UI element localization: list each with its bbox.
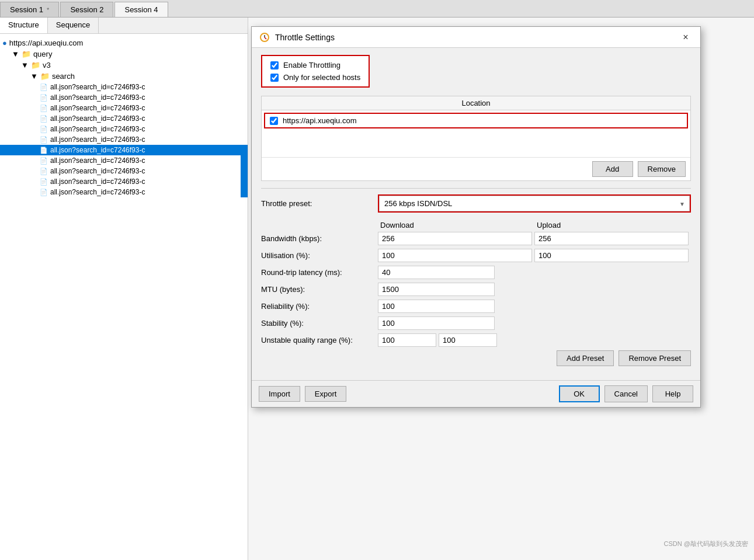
only-selected-hosts-row: Only for selected hosts (270, 73, 360, 82)
stability-input[interactable] (378, 316, 495, 330)
tree-item-query-label: query (33, 50, 53, 58)
tree-item-root[interactable]: ● https://api.xueqiu.com (0, 37, 248, 48)
watermark: CSDN @敲代码敲到头发茂密 (664, 540, 748, 548)
enable-throttling-checkbox[interactable] (270, 61, 279, 69)
panel-tab-sequence-label: Sequence (56, 20, 91, 29)
list-item-label: all.json?search_id=c7246f93-c (50, 104, 145, 112)
remove-preset-button[interactable]: Remove Preset (619, 350, 691, 366)
import-button[interactable]: Import (259, 386, 300, 402)
list-item[interactable]: 📄 all.json?search_id=c7246f93-c (0, 187, 248, 197)
tab-session2[interactable]: Session 2 (60, 2, 113, 17)
unstable-range-label: Unstable quality range (%): (261, 336, 378, 345)
footer-left: Import Export (259, 386, 346, 402)
tree-item-v3[interactable]: ▼ 📁 v3 (0, 60, 248, 71)
section-divider (261, 188, 691, 189)
panel-tab-sequence[interactable]: Sequence (48, 18, 99, 33)
scrollbar-thumb[interactable] (241, 151, 248, 197)
params-header-spacer (261, 221, 378, 229)
doc-icon-4: 📄 (40, 115, 48, 123)
export-button[interactable]: Export (305, 386, 347, 402)
latency-input[interactable] (378, 266, 495, 279)
mtu-input[interactable] (378, 283, 495, 296)
doc-icon-2: 📄 (40, 94, 48, 102)
upload-header: Upload (534, 221, 691, 229)
expand-icon-search: ▼ (30, 72, 38, 81)
latency-row: Round-trip latency (ms): (261, 266, 691, 279)
enable-throttling-section: Enable Throttling Only for selected host… (261, 55, 370, 88)
dialog-icon (259, 32, 270, 43)
panel-tab-structure[interactable]: Structure (0, 18, 48, 33)
unstable-range-upload-input[interactable] (439, 333, 497, 347)
help-button[interactable]: Help (652, 385, 693, 402)
list-item[interactable]: 📄 all.json?search_id=c7246f93-c (0, 92, 248, 103)
tab-bar: Session 1 * Session 2 Session 4 (0, 0, 754, 18)
preset-select-wrapper: 256 kbps ISDN/DSL 512 kbps DSL 1 Mbps Ca… (378, 194, 691, 213)
dialog-footer: Import Export OK Cancel Help (252, 380, 700, 407)
doc-icon-8: 📄 (40, 157, 48, 165)
doc-icon-10: 📄 (40, 178, 48, 186)
stability-label: Stability (%): (261, 319, 378, 328)
tree-item-v3-label: v3 (43, 61, 51, 69)
list-item[interactable]: 📄 all.json?search_id=c7246f93-c (0, 155, 248, 166)
stability-row: Stability (%): (261, 316, 691, 330)
add-preset-button[interactable]: Add Preset (557, 350, 614, 366)
list-item[interactable]: 📄 all.json?search_id=c7246f93-c (0, 166, 248, 176)
dialog-body: Enable Throttling Only for selected host… (252, 48, 700, 380)
preset-label: Throttle preset: (261, 199, 378, 208)
throttle-icon (259, 32, 270, 43)
list-item-selected[interactable]: 📄 all.json?search_id=c7246f93-c (0, 145, 248, 155)
doc-icon-3: 📄 (40, 105, 48, 112)
ok-button[interactable]: OK (559, 385, 600, 402)
list-item[interactable]: 📄 all.json?search_id=c7246f93-c (0, 176, 248, 187)
doc-icon-1: 📄 (40, 84, 48, 91)
list-item-label: all.json?search_id=c7246f93-c (50, 125, 145, 133)
tab-session1[interactable]: Session 1 * (0, 2, 59, 17)
bandwidth-download-input[interactable] (378, 232, 532, 245)
only-selected-hosts-label: Only for selected hosts (283, 73, 360, 82)
list-item-label: all.json?search_id=c7246f93-c (50, 135, 145, 144)
list-item-label: all.json?search_id=c7246f93-c (50, 167, 145, 175)
unstable-range-download-input[interactable] (378, 333, 436, 347)
preset-select[interactable]: 256 kbps ISDN/DSL 512 kbps DSL 1 Mbps Ca… (379, 196, 690, 211)
folder-icon-search: 📁 (40, 72, 50, 81)
preset-row: Throttle preset: 256 kbps ISDN/DSL 512 k… (261, 194, 691, 213)
tree-item-query[interactable]: ▼ 📁 query (0, 48, 248, 60)
globe-icon: ● (2, 39, 7, 47)
bandwidth-upload-input[interactable] (534, 232, 689, 245)
tree-item-search-label: search (52, 72, 75, 81)
list-item[interactable]: 📄 all.json?search_id=c7246f93-c (0, 82, 248, 92)
list-item[interactable]: 📄 all.json?search_id=c7246f93-c (0, 124, 248, 134)
tree-item-search[interactable]: ▼ 📁 search (0, 71, 248, 82)
list-item-label: all.json?search_id=c7246f93-c (50, 114, 145, 123)
params-headers: Download Upload (261, 221, 691, 229)
panel-tab-structure-label: Structure (8, 20, 39, 29)
folder-icon-v3: 📁 (31, 61, 40, 69)
list-item[interactable]: 📄 all.json?search_id=c7246f93-c (0, 113, 248, 124)
utilisation-row: Utilisation (%): (261, 249, 691, 262)
dialog-close-button[interactable]: × (678, 30, 693, 45)
tab-session4-label: Session 4 (124, 5, 158, 14)
tab-session4[interactable]: Session 4 (114, 2, 168, 17)
cancel-button[interactable]: Cancel (604, 385, 648, 402)
utilisation-upload-input[interactable] (534, 249, 689, 262)
throttle-settings-dialog: Throttle Settings × Enable Throttling On… (251, 26, 701, 408)
only-selected-hosts-checkbox[interactable] (270, 74, 279, 82)
tree-item-root-label: https://api.xueqiu.com (9, 39, 83, 47)
left-panel: Structure Sequence ● https://api.xueqiu.… (0, 18, 248, 560)
utilisation-download-input[interactable] (378, 249, 532, 262)
mtu-label: MTU (bytes): (261, 285, 378, 294)
reliability-input[interactable] (378, 300, 495, 313)
remove-host-button[interactable]: Remove (638, 161, 686, 177)
latency-label: Round-trip latency (ms): (261, 268, 378, 277)
host-row: https://api.xueqiu.com (264, 113, 688, 128)
list-item[interactable]: 📄 all.json?search_id=c7246f93-c (0, 103, 248, 113)
reliability-row: Reliability (%): (261, 300, 691, 313)
preset-action-row: Add Preset Remove Preset (261, 350, 691, 366)
list-item[interactable]: 📄 all.json?search_id=c7246f93-c (0, 134, 248, 145)
add-host-button[interactable]: Add (592, 161, 633, 177)
host-checkbox[interactable] (270, 117, 278, 125)
expand-icon: ▼ (12, 50, 19, 58)
bandwidth-label: Bandwidth (kbps): (261, 234, 378, 243)
reliability-label: Reliability (%): (261, 302, 378, 311)
scrollbar[interactable] (241, 34, 248, 559)
